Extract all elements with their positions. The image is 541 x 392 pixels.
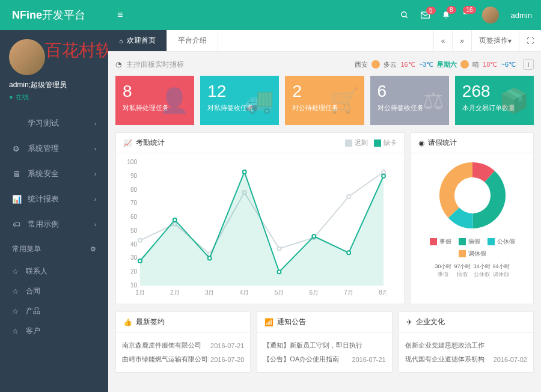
tab-ops-button[interactable]: 页签操作 ▾ — [471, 30, 519, 51]
list-item[interactable]: 【通知】新版员工守则，即日执行 — [263, 338, 385, 352]
menu-toggle-icon[interactable]: ≡ — [108, 10, 132, 20]
svg-point-28 — [382, 170, 385, 174]
nav-study[interactable]: 学习测试› — [0, 111, 108, 136]
list-item[interactable]: 【公告】OA办公使用指南2016-07-21 — [263, 352, 385, 366]
svg-marker-29 — [140, 172, 384, 286]
leave-panel: ◉请假统计 事假病假公休假调休假 30小时事假97小时病假34小时公休假94小时… — [411, 132, 534, 304]
svg-point-27 — [347, 195, 350, 198]
svg-point-36 — [347, 251, 350, 254]
panel-title: 最新签约 — [136, 317, 165, 327]
pie-icon: ◉ — [418, 139, 424, 147]
dashboard-icon: ◔ — [115, 60, 121, 69]
tab-intro[interactable]: 平台介绍 — [167, 30, 218, 51]
svg-text:1月: 1月 — [135, 289, 145, 296]
culture-panel: ✈企业文化 创新企业党建思想政治工作现代国有企业道德体系初构2016-07-02 — [399, 311, 534, 373]
star-icon: ☆ — [12, 307, 19, 316]
legend: 迟到 缺卡 — [345, 138, 397, 147]
svg-text:50: 50 — [130, 227, 138, 234]
sidebar: 百花村软件园 admin;超级管理员 在线 学习测试› ⚙系统管理› 🖥系统安全… — [0, 30, 108, 392]
svg-text:6月: 6月 — [310, 289, 319, 296]
svg-point-37 — [382, 174, 385, 178]
svg-text:70: 70 — [130, 200, 138, 206]
person-icon: 👤 — [159, 87, 189, 115]
stat-card-orders[interactable]: 268本月交易订单数量📦 — [455, 76, 534, 125]
cloud-icon — [371, 60, 380, 69]
bell-icon[interactable]: 8 — [442, 11, 450, 20]
panel-title: 通知公告 — [277, 317, 306, 327]
search-icon[interactable] — [400, 11, 409, 19]
profile-name: admin;超级管理员 — [9, 80, 99, 90]
svg-point-34 — [277, 270, 281, 274]
truck-icon: 🚚 — [244, 87, 274, 115]
cart-icon: 🛒 — [329, 87, 359, 115]
svg-text:30: 30 — [130, 254, 138, 261]
chart-icon: 📊 — [12, 195, 20, 204]
gear-icon[interactable]: ⚙ — [90, 245, 96, 253]
star-icon: ☆ — [12, 327, 19, 335]
donut-legend: 事假病假公休假调休假 — [417, 237, 527, 258]
avatar[interactable] — [482, 7, 499, 23]
sub-contracts[interactable]: ☆合同 — [0, 281, 108, 301]
box-icon: 📦 — [499, 87, 529, 115]
info-button[interactable]: i — [523, 59, 534, 70]
user-name[interactable]: admin — [511, 11, 532, 20]
svg-point-0 — [401, 12, 406, 17]
tab-bar: ⌂欢迎首页 平台介绍 « » 页签操作 ▾ ⛶ — [108, 30, 541, 52]
stat-card-public-pending[interactable]: 2对公待处理任务🛒 — [285, 76, 364, 125]
thumbs-icon: 👍 — [123, 318, 132, 326]
stat-card-private-sign[interactable]: 12对私待签收任务🚚 — [200, 76, 279, 125]
svg-text:100: 100 — [127, 159, 137, 165]
attendance-panel: 📈考勤统计 迟到 缺卡 1020304050607080901001月2月3月4… — [115, 132, 405, 304]
line-chart: 1020304050607080901001月2月3月4月5月6月7月8月 — [122, 159, 398, 298]
list-item[interactable]: 曲靖市绿能燃气运输有限公司2016-07-20 — [122, 352, 244, 366]
sub-contacts[interactable]: ☆联系人 — [0, 262, 108, 281]
top-header: NFine开发平台 ≡ 5 8 16 admin — [0, 0, 541, 30]
plane-icon: ✈ — [406, 318, 412, 326]
panel-title: 考勤统计 — [136, 138, 165, 148]
svg-text:40: 40 — [130, 241, 138, 248]
notice-panel: 📶通知公告 【通知】新版员工守则，即日执行【公告】OA办公使用指南2016-07… — [257, 311, 392, 373]
signing-panel: 👍最新签约 南京森鹿皮件服饰有限公司2016-07-21曲靖市绿能燃气运输有限公… — [115, 311, 251, 373]
chart-icon: 📈 — [123, 139, 132, 147]
stat-card-public-sign[interactable]: 6对公待签收任务⚖ — [370, 76, 449, 125]
stat-card-private-pending[interactable]: 8对私待处理任务👤 — [115, 76, 194, 125]
svg-text:8月: 8月 — [379, 289, 387, 296]
svg-text:2月: 2月 — [170, 289, 180, 296]
svg-point-33 — [243, 170, 246, 174]
profile-block: 百花村软件园 admin;超级管理员 在线 — [0, 30, 108, 111]
monitor-icon: 🖥 — [12, 170, 20, 179]
svg-text:60: 60 — [130, 213, 138, 220]
svg-text:4月: 4月 — [240, 289, 249, 296]
flag-icon[interactable]: 16 — [462, 11, 470, 19]
nav-examples[interactable]: 🏷常用示例› — [0, 212, 108, 237]
panel-title: 请假统计 — [428, 138, 457, 148]
nav-reports[interactable]: 📊统计报表› — [0, 186, 108, 212]
svg-point-31 — [173, 218, 177, 222]
logo: NFine开发平台 — [0, 8, 108, 22]
sub-customers[interactable]: ☆客户 — [0, 321, 108, 341]
svg-point-32 — [208, 256, 212, 260]
nav-system[interactable]: ⚙系统管理› — [0, 136, 108, 161]
list-item[interactable]: 创新企业党建思想政治工作 — [405, 338, 527, 352]
mail-icon[interactable]: 5 — [421, 11, 430, 19]
home-icon: ⌂ — [119, 37, 123, 44]
list-item[interactable]: 南京森鹿皮件服饰有限公司2016-07-21 — [122, 338, 244, 352]
gears-icon: ⚙ — [12, 144, 20, 153]
list-item[interactable]: 现代国有企业道德体系初构2016-07-02 — [405, 352, 527, 366]
content-area: ◔ 主控面板实时指标 西安 多云 16℃~3℃ 星期六 晴 18℃~6℃ i 8… — [108, 52, 541, 392]
sun-icon — [460, 60, 469, 69]
breadcrumb: ◔ 主控面板实时指标 西安 多云 16℃~3℃ 星期六 晴 18℃~6℃ i — [115, 59, 534, 70]
svg-point-35 — [312, 234, 316, 238]
tab-next-button[interactable]: » — [452, 30, 471, 51]
tab-home[interactable]: ⌂欢迎首页 — [108, 30, 167, 51]
tab-prev-button[interactable]: « — [433, 30, 453, 51]
watermark-text: 百花村软件园 — [45, 39, 108, 62]
nav-security[interactable]: 🖥系统安全› — [0, 161, 108, 186]
tag-icon: 🏷 — [12, 220, 20, 229]
svg-line-1 — [405, 16, 407, 18]
weather-widget: 西安 多云 16℃~3℃ 星期六 晴 18℃~6℃ i — [355, 59, 534, 70]
sub-products[interactable]: ☆产品 — [0, 301, 108, 321]
svg-text:3月: 3月 — [205, 289, 215, 296]
fullscreen-button[interactable]: ⛶ — [519, 30, 541, 51]
status-badge: 在线 — [9, 93, 99, 102]
